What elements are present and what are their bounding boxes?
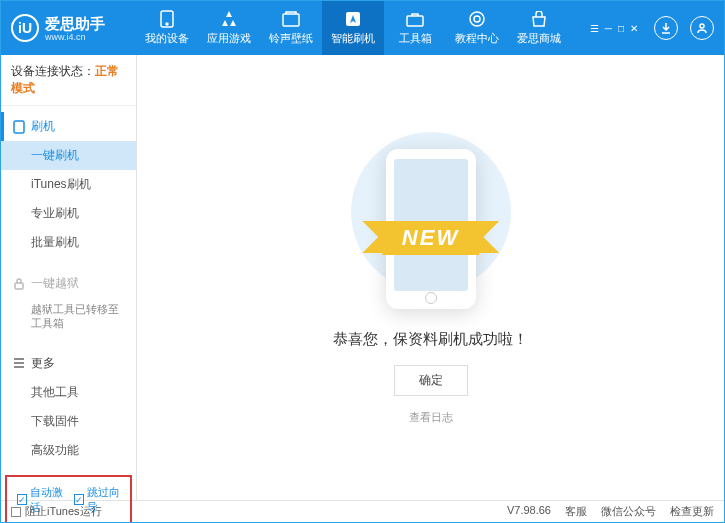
nav-flash[interactable]: 智能刷机 — [322, 1, 384, 55]
nav-store[interactable]: 爱思商城 — [508, 1, 570, 55]
svg-rect-2 — [283, 14, 299, 26]
list-icon — [13, 358, 25, 368]
store-icon — [530, 10, 548, 28]
success-illustration: NEW — [331, 130, 531, 310]
logo-area: iU 爱思助手 www.i4.cn — [11, 14, 136, 42]
svg-rect-9 — [15, 283, 23, 289]
ok-button[interactable]: 确定 — [394, 365, 468, 396]
svg-point-6 — [474, 16, 480, 22]
header-right: ☰ ─ □ ✕ — [590, 16, 714, 40]
close-icon[interactable]: ✕ — [630, 23, 638, 34]
phone-icon — [158, 10, 176, 28]
svg-point-1 — [166, 23, 168, 25]
checkbox-icon — [11, 507, 21, 517]
connection-status: 设备连接状态：正常模式 — [1, 55, 136, 106]
user-button[interactable] — [690, 16, 714, 40]
maximize-icon[interactable]: □ — [618, 23, 624, 34]
nav-apps[interactable]: 应用游戏 — [198, 1, 260, 55]
header: iU 爱思助手 www.i4.cn 我的设备 应用游戏 铃声壁纸 智能刷机 工具… — [1, 1, 724, 55]
service-link[interactable]: 客服 — [565, 504, 587, 519]
app-url: www.i4.cn — [45, 32, 105, 42]
window-controls: ☰ ─ □ ✕ — [590, 23, 638, 34]
nav-ringtones[interactable]: 铃声壁纸 — [260, 1, 322, 55]
new-badge: NEW — [382, 221, 479, 255]
sidebar-item-advanced[interactable]: 高级功能 — [1, 436, 136, 465]
lock-icon — [13, 278, 25, 290]
toolbox-icon — [406, 10, 424, 28]
sidebar-jailbreak-header: 一键越狱 — [1, 269, 136, 298]
sidebar-flash-header[interactable]: 刷机 — [1, 112, 136, 141]
svg-point-7 — [700, 24, 704, 28]
nav-my-device[interactable]: 我的设备 — [136, 1, 198, 55]
nav-toolbox[interactable]: 工具箱 — [384, 1, 446, 55]
sidebar: 设备连接状态：正常模式 刷机 一键刷机 iTunes刷机 专业刷机 批量刷机 一… — [1, 55, 137, 500]
download-button[interactable] — [654, 16, 678, 40]
success-message: 恭喜您，保资料刷机成功啦！ — [333, 330, 528, 349]
version-label: V7.98.66 — [507, 504, 551, 519]
view-log-link[interactable]: 查看日志 — [409, 410, 453, 425]
sidebar-more-header[interactable]: 更多 — [1, 349, 136, 378]
sidebar-item-pro[interactable]: 专业刷机 — [1, 199, 136, 228]
sidebar-item-other[interactable]: 其他工具 — [1, 378, 136, 407]
svg-rect-4 — [407, 16, 423, 26]
nav-tabs: 我的设备 应用游戏 铃声壁纸 智能刷机 工具箱 教程中心 爱思商城 — [136, 1, 590, 55]
svg-point-5 — [470, 12, 484, 26]
jailbreak-note: 越狱工具已转移至工具箱 — [1, 298, 136, 337]
update-link[interactable]: 检查更新 — [670, 504, 714, 519]
nav-tutorials[interactable]: 教程中心 — [446, 1, 508, 55]
sidebar-item-itunes[interactable]: iTunes刷机 — [1, 170, 136, 199]
wechat-link[interactable]: 微信公众号 — [601, 504, 656, 519]
wallpaper-icon — [282, 10, 300, 28]
main-content: NEW 恭喜您，保资料刷机成功啦！ 确定 查看日志 — [137, 55, 724, 500]
sidebar-item-batch[interactable]: 批量刷机 — [1, 228, 136, 257]
sidebar-item-oneclick[interactable]: 一键刷机 — [1, 141, 136, 170]
menu-icon[interactable]: ☰ — [590, 23, 599, 34]
apps-icon — [220, 10, 238, 28]
svg-rect-8 — [14, 121, 24, 133]
minimize-icon[interactable]: ─ — [605, 23, 612, 34]
tutorial-icon — [468, 10, 486, 28]
flash-icon — [344, 10, 362, 28]
phone-icon — [13, 120, 25, 134]
logo-icon: iU — [11, 14, 39, 42]
block-itunes-checkbox[interactable]: 阻止iTunes运行 — [11, 504, 102, 519]
sidebar-item-firmware[interactable]: 下载固件 — [1, 407, 136, 436]
